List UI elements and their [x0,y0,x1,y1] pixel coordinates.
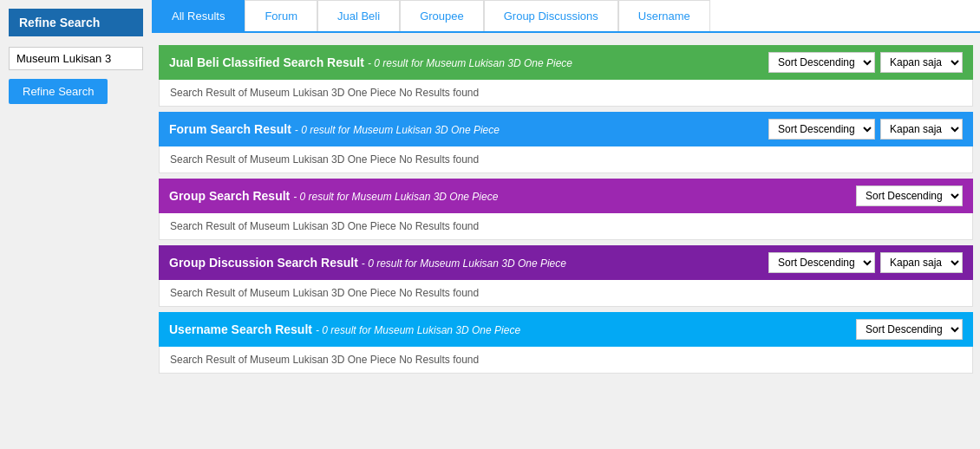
tab-username[interactable]: Username [618,0,710,31]
section-jual-beli-sort[interactable]: Sort Descending Sort Ascending [768,52,875,73]
section-group-discussion-title: Group Discussion Search Result- 0 result… [169,256,566,270]
results-container: Jual Beli Classified Search Result- 0 re… [152,33,980,386]
section-forum-header: Forum Search Result- 0 result for Museum… [159,112,973,146]
section-group-controls: Sort Descending Sort Ascending [856,185,963,206]
section-forum-sort[interactable]: Sort Descending Sort Ascending [768,119,875,140]
section-group-discussion-sort[interactable]: Sort Descending Sort Ascending [768,252,875,273]
section-forum: Forum Search Result- 0 result for Museum… [159,112,973,173]
sidebar-title: Refine Search [9,9,143,36]
section-group-discussion-body: Search Result of Museum Lukisan 3D One P… [159,280,973,307]
section-username-body: Search Result of Museum Lukisan 3D One P… [159,347,973,374]
section-group: Group Search Result- 0 result for Museum… [159,179,973,240]
section-forum-controls: Sort Descending Sort Ascending Kapan saj… [768,119,963,140]
tab-group-discussions[interactable]: Group Discussions [484,0,618,31]
section-group-sort[interactable]: Sort Descending Sort Ascending [856,185,963,206]
tab-forum[interactable]: Forum [245,0,317,31]
section-group-header: Group Search Result- 0 result for Museum… [159,179,973,213]
section-forum-title: Forum Search Result- 0 result for Museum… [169,122,500,136]
section-jual-beli-time[interactable]: Kapan saja Hari ini Minggu ini Bulan ini [880,52,963,73]
section-username-title: Username Search Result- 0 result for Mus… [169,322,520,336]
section-group-discussion-header: Group Discussion Search Result- 0 result… [159,245,973,280]
section-username-header: Username Search Result- 0 result for Mus… [159,312,973,347]
section-jual-beli-body: Search Result of Museum Lukisan 3D One P… [159,80,973,107]
section-group-title: Group Search Result- 0 result for Museum… [169,189,498,203]
section-group-body: Search Result of Museum Lukisan 3D One P… [159,213,973,240]
section-username-controls: Sort Descending Sort Ascending [856,319,963,340]
section-jual-beli-controls: Sort Descending Sort Ascending Kapan saj… [768,52,963,73]
tab-groupee[interactable]: Groupee [400,0,484,31]
section-forum-time[interactable]: Kapan saja Hari ini Minggu ini Bulan ini [880,119,963,140]
section-forum-body: Search Result of Museum Lukisan 3D One P… [159,146,973,173]
tab-bar: All Results Forum Jual Beli Groupee Grou… [152,0,980,33]
section-group-discussion-controls: Sort Descending Sort Ascending Kapan saj… [768,252,963,273]
section-group-discussion-time[interactable]: Kapan saja Hari ini Minggu ini Bulan ini [880,252,963,273]
search-input[interactable] [9,47,143,70]
section-jual-beli-title: Jual Beli Classified Search Result- 0 re… [169,55,572,69]
section-jual-beli-header: Jual Beli Classified Search Result- 0 re… [159,45,973,80]
tab-jual-beli[interactable]: Jual Beli [317,0,400,31]
section-username-sort[interactable]: Sort Descending Sort Ascending [856,319,963,340]
section-username: Username Search Result- 0 result for Mus… [159,312,973,374]
tab-all-results[interactable]: All Results [152,0,245,31]
refine-search-button[interactable]: Refine Search [9,79,108,104]
section-group-discussion: Group Discussion Search Result- 0 result… [159,245,973,307]
section-jual-beli: Jual Beli Classified Search Result- 0 re… [159,45,973,107]
